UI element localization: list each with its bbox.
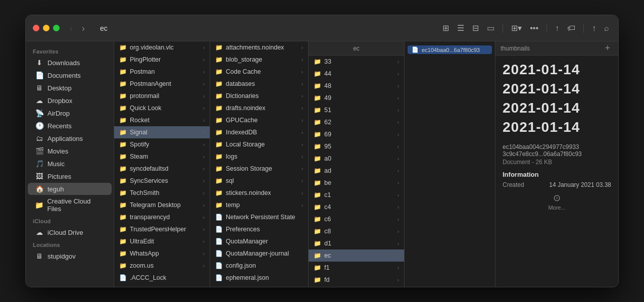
list-item[interactable]: 📄ephemeral.json xyxy=(210,272,308,284)
list-item[interactable]: 📁GPUCache› xyxy=(210,114,308,126)
forward-button[interactable]: › xyxy=(80,23,87,34)
close-button[interactable] xyxy=(33,25,39,31)
sidebar-item-recents[interactable]: 🕐 Recents xyxy=(28,120,112,132)
search-button[interactable]: ⌕ xyxy=(602,22,611,35)
folder-icon: 📁 xyxy=(215,129,223,136)
nav-up-button[interactable]: ↑ xyxy=(590,22,598,35)
list-item[interactable]: 📁temp› xyxy=(210,199,308,211)
share-button[interactable]: ↑ xyxy=(553,22,561,35)
list-item[interactable]: 📁49› xyxy=(309,92,404,104)
list-item[interactable]: 📁Postman› xyxy=(114,66,210,78)
list-item[interactable]: 📁UltraEdit› xyxy=(114,235,210,247)
list-item[interactable]: 📁69› xyxy=(309,128,404,140)
folder-icon: 📁 xyxy=(215,105,223,112)
list-item[interactable]: 📁c4› xyxy=(309,201,404,213)
list-item[interactable]: 📄QuotaManager-journal xyxy=(210,247,308,260)
column-view-button[interactable]: ⊟ xyxy=(470,21,481,35)
sidebar-item-teguh[interactable]: 🏠 teguh xyxy=(28,183,112,195)
list-item[interactable]: 📁stickers.noindex› xyxy=(210,187,308,199)
list-item[interactable]: 📁TechSmith› xyxy=(114,187,210,199)
sidebar-item-stupidgov[interactable]: 🖥 stupidgov xyxy=(28,250,112,262)
list-item[interactable]: 📁f1› xyxy=(309,262,404,274)
list-item[interactable]: 📁TrustedPeersHelper› xyxy=(114,223,210,235)
list-item[interactable]: 📁be› xyxy=(309,177,404,189)
list-view-button[interactable]: ☰ xyxy=(455,21,466,35)
list-item[interactable]: 📁attachments.noindex› xyxy=(210,41,308,54)
list-item[interactable]: 📄.ACCC_Lock xyxy=(114,272,210,284)
list-item[interactable]: 📁fd› xyxy=(309,274,404,286)
minimize-button[interactable] xyxy=(43,25,49,31)
gallery-view-button[interactable]: ▭ xyxy=(485,21,497,35)
preview-tab-label[interactable]: thumbnails xyxy=(501,45,530,52)
more-button[interactable]: ••• xyxy=(528,22,540,35)
list-item[interactable]: 📁Rocket› xyxy=(114,114,210,126)
list-item[interactable]: 📁95› xyxy=(309,140,404,153)
selected-file-item[interactable]: 📄 ec104baa0...6a7f80c93 xyxy=(408,45,492,54)
list-item[interactable]: 📁Local Storage› xyxy=(210,138,308,150)
list-item[interactable]: 📁Steam› xyxy=(114,150,210,163)
sidebar-item-airdrop[interactable]: 📡 AirDrop xyxy=(28,107,112,119)
more-button[interactable]: ⊙ More... xyxy=(503,192,611,211)
list-item[interactable]: 📁Quick Look› xyxy=(114,102,210,114)
list-item[interactable]: 📁PingPlotter› xyxy=(114,54,210,66)
list-item[interactable]: 📁51› xyxy=(309,104,404,116)
list-item[interactable]: 📁48› xyxy=(309,80,404,92)
list-item[interactable]: 📁44› xyxy=(309,68,404,80)
sidebar-item-movies[interactable]: 🎬 Movies xyxy=(28,145,112,157)
tab-ec[interactable]: ec xyxy=(353,45,360,52)
list-item[interactable]: 📁Dictionaries› xyxy=(210,90,308,102)
list-item[interactable]: 📄Preferences xyxy=(210,223,308,235)
list-item[interactable]: 📁zoom.us› xyxy=(114,260,210,272)
list-item[interactable]: 📁databases› xyxy=(210,78,308,90)
list-item[interactable]: 📁blob_storage› xyxy=(210,54,308,66)
sidebar-item-label: teguh xyxy=(47,185,64,193)
list-item[interactable]: 📁Spotify› xyxy=(114,138,210,150)
list-item[interactable]: 📁logs› xyxy=(210,150,308,163)
list-item-ec[interactable]: 📁ec› xyxy=(309,249,404,262)
info-created-row: Created 14 January 2021 03.38 xyxy=(503,181,611,188)
list-item[interactable]: 📁33› xyxy=(309,56,404,68)
add-tab-button[interactable]: + xyxy=(602,43,613,54)
sidebar-item-pictures[interactable]: 🖼 Pictures xyxy=(28,170,112,182)
list-item[interactable]: 📁Session Storage› xyxy=(210,163,308,175)
folder-icon: 📁 xyxy=(314,107,321,114)
list-item[interactable]: 📁d1› xyxy=(309,237,404,249)
list-item[interactable]: 📁Signal› xyxy=(114,126,210,138)
date-entry-1: 2021-01-14 xyxy=(503,62,611,78)
list-item[interactable]: 📁ad› xyxy=(309,165,404,177)
list-item[interactable]: 📁syncdefaultsd› xyxy=(114,163,210,175)
sidebar-item-icloud-drive[interactable]: ☁ iCloud Drive xyxy=(28,226,112,238)
sidebar-item-downloads[interactable]: ⬇ Downloads xyxy=(28,57,112,69)
list-item[interactable]: 📁sql› xyxy=(210,175,308,187)
list-item[interactable]: 📁c1› xyxy=(309,189,404,201)
sidebar-item-documents[interactable]: 📄 Documents xyxy=(28,69,112,81)
list-item[interactable]: 📁Telegram Desktop› xyxy=(114,199,210,211)
list-item[interactable]: 📁62› xyxy=(309,116,404,128)
tag-button[interactable]: 🏷 xyxy=(565,22,577,35)
sidebar-item-applications[interactable]: 🗂 Applications xyxy=(28,132,112,144)
list-item[interactable]: 📄config.json xyxy=(210,260,308,272)
group-button[interactable]: ⊞▾ xyxy=(509,21,524,35)
sidebar-item-music[interactable]: 🎵 Music xyxy=(28,158,112,170)
list-item[interactable]: 📁drafts.noindex› xyxy=(210,102,308,114)
list-item[interactable]: 📁a0› xyxy=(309,153,404,165)
icon-view-button[interactable]: ⊞ xyxy=(440,21,451,35)
sidebar-item-dropbox[interactable]: ☁ Dropbox xyxy=(28,94,112,107)
list-item[interactable]: 📁transparencyd› xyxy=(114,211,210,223)
list-item[interactable]: 📁IndexedDB› xyxy=(210,126,308,138)
list-item[interactable]: 📁WhatsApp› xyxy=(114,247,210,260)
list-item[interactable]: 📄Network Persistent State xyxy=(210,211,308,223)
list-item[interactable]: 📁protonmail› xyxy=(114,90,210,102)
list-item[interactable]: 📁org.videolan.vlc› xyxy=(114,41,210,54)
list-item[interactable]: 📄QuotaManager xyxy=(210,235,308,247)
list-item[interactable]: 📁Code Cache› xyxy=(210,66,308,78)
sidebar-item-desktop[interactable]: 🖥 Desktop xyxy=(28,82,112,94)
folder-icon: 📁 xyxy=(119,165,127,172)
back-button[interactable]: ‹ xyxy=(68,23,75,34)
list-item[interactable]: 📁SyncServices› xyxy=(114,175,210,187)
list-item[interactable]: 📁c6› xyxy=(309,213,404,225)
maximize-button[interactable] xyxy=(53,25,60,31)
list-item[interactable]: 📁c8› xyxy=(309,225,404,237)
list-item[interactable]: 📁PostmanAgent› xyxy=(114,78,210,90)
sidebar-item-creative-cloud[interactable]: 📁 Creative Cloud Files xyxy=(28,195,112,215)
